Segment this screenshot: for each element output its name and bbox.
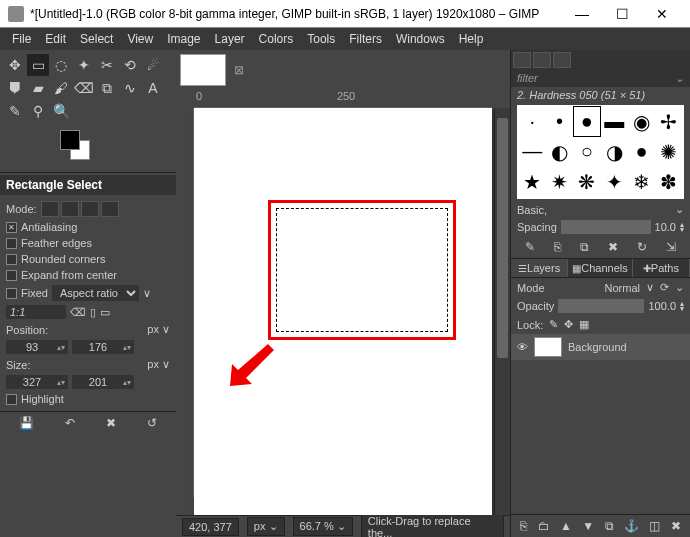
canvas[interactable] — [194, 108, 492, 515]
brush-item[interactable]: · — [519, 107, 545, 136]
layer-thumbnail[interactable] — [534, 337, 562, 357]
blend-mode-dropdown[interactable]: Normal — [605, 282, 640, 294]
menu-image[interactable]: Image — [161, 30, 206, 48]
brush-item[interactable]: ✷ — [546, 168, 572, 197]
status-zoom[interactable]: 66.7 % ⌄ — [293, 517, 353, 536]
brush-item[interactable]: ✽ — [656, 168, 682, 197]
expand-checkbox[interactable] — [6, 270, 17, 281]
fixed-checkbox[interactable] — [6, 288, 17, 299]
size-w-input[interactable] — [7, 376, 57, 388]
menu-help[interactable]: Help — [453, 30, 490, 48]
reset-options-icon[interactable]: ↺ — [147, 416, 157, 430]
brush-item[interactable]: ◉ — [628, 107, 654, 136]
free-select-tool-icon[interactable]: ◌ — [50, 54, 72, 76]
status-unit[interactable]: px ⌄ — [247, 517, 285, 536]
layer-group-icon[interactable]: 🗀 — [538, 519, 550, 533]
brush-item[interactable]: ✺ — [656, 137, 682, 166]
fuzzy-select-tool-icon[interactable]: ✦ — [73, 54, 95, 76]
refresh-brush-icon[interactable]: ↻ — [637, 240, 647, 254]
rect-select-tool-icon[interactable]: ▭ — [27, 54, 49, 76]
fixed-dropdown[interactable]: Aspect ratio — [52, 285, 139, 301]
brush-item[interactable]: ✦ — [601, 168, 627, 197]
pos-x-input[interactable] — [7, 341, 57, 353]
new-layer-icon[interactable]: ⎘ — [520, 519, 527, 533]
mode-replace-icon[interactable] — [41, 201, 59, 217]
minimize-button[interactable]: — — [562, 2, 602, 26]
brush-item[interactable]: — — [519, 137, 545, 166]
feather-checkbox[interactable] — [6, 238, 17, 249]
gradient-tool-icon[interactable]: ▰ — [27, 77, 49, 99]
smudge-tool-icon[interactable]: ∿ — [119, 77, 141, 99]
menu-windows[interactable]: Windows — [390, 30, 451, 48]
brush-item[interactable]: ◑ — [601, 137, 627, 166]
mode-subtract-icon[interactable] — [81, 201, 99, 217]
new-brush-icon[interactable]: ⎘ — [554, 240, 561, 254]
bucket-fill-tool-icon[interactable]: ⛊ — [4, 77, 26, 99]
duplicate-layer-icon[interactable]: ⧉ — [605, 519, 614, 533]
brush-item[interactable]: • — [546, 107, 572, 136]
landscape-icon[interactable]: ▭ — [100, 306, 110, 319]
filter-chevron-icon[interactable]: ⌄ — [675, 72, 684, 85]
menu-layer[interactable]: Layer — [209, 30, 251, 48]
pos-y-input[interactable] — [73, 341, 123, 353]
restore-options-icon[interactable]: ↶ — [65, 416, 75, 430]
brush-item[interactable]: ○ — [574, 137, 600, 166]
opacity-slider[interactable] — [558, 299, 644, 313]
delete-options-icon[interactable]: ✖ — [106, 416, 116, 430]
scrollbar-handle[interactable] — [497, 118, 508, 358]
raise-layer-icon[interactable]: ▲ — [560, 519, 572, 533]
mode-switch-icon[interactable]: ⟳ — [660, 281, 669, 294]
rounded-checkbox[interactable] — [6, 254, 17, 265]
menu-colors[interactable]: Colors — [253, 30, 300, 48]
brush-item[interactable]: ✢ — [656, 107, 682, 136]
crop-tool-icon[interactable]: ✂ — [96, 54, 118, 76]
maximize-button[interactable]: ☐ — [602, 2, 642, 26]
text-tool-icon[interactable]: A — [142, 77, 164, 99]
menu-view[interactable]: View — [121, 30, 159, 48]
lock-position-icon[interactable]: ✥ — [564, 318, 573, 331]
chevron-down-icon[interactable]: ∨ — [646, 281, 654, 294]
zoom-tool-icon[interactable]: 🔍 — [50, 100, 72, 122]
brush-item[interactable]: ● — [628, 137, 654, 166]
transform-tool-icon[interactable]: ⟲ — [119, 54, 141, 76]
clone-tool-icon[interactable]: ⧉ — [96, 77, 118, 99]
warp-tool-icon[interactable]: ☄ — [142, 54, 164, 76]
eraser-tool-icon[interactable]: ⌫ — [73, 77, 95, 99]
lower-layer-icon[interactable]: ▼ — [582, 519, 594, 533]
patterns-tab-icon[interactable] — [533, 52, 551, 68]
color-picker-tool-icon[interactable]: ⚲ — [27, 100, 49, 122]
close-tab-icon[interactable]: ⊠ — [234, 63, 244, 77]
ratio-input[interactable] — [6, 305, 66, 319]
channels-tab[interactable]: ▦Channels — [568, 259, 632, 277]
edit-brush-icon[interactable]: ✎ — [525, 240, 535, 254]
fonts-tab-icon[interactable] — [553, 52, 571, 68]
path-tool-icon[interactable]: ✎ — [4, 100, 26, 122]
brush-item[interactable]: ❋ — [574, 168, 600, 197]
mask-layer-icon[interactable]: ◫ — [649, 519, 660, 533]
vertical-scrollbar[interactable] — [494, 108, 510, 515]
size-h-input[interactable] — [73, 376, 123, 388]
paintbrush-tool-icon[interactable]: 🖌 — [50, 77, 72, 99]
layer-name[interactable]: Background — [568, 341, 627, 353]
image-page[interactable] — [194, 108, 492, 515]
visibility-toggle-icon[interactable]: 👁 — [517, 341, 528, 353]
save-options-icon[interactable]: 💾 — [19, 416, 34, 430]
pos-unit[interactable]: px — [147, 323, 159, 335]
brush-filter-input[interactable]: filter — [517, 72, 538, 85]
paths-tab[interactable]: ✚Paths — [633, 259, 690, 277]
delete-layer-icon[interactable]: ✖ — [671, 519, 681, 533]
lock-alpha-icon[interactable]: ▦ — [579, 318, 589, 331]
menu-select[interactable]: Select — [74, 30, 119, 48]
brush-item[interactable]: ▬ — [601, 107, 627, 136]
selection-marquee[interactable] — [276, 208, 448, 332]
chevron-down-icon[interactable]: ⌄ — [675, 203, 684, 216]
move-tool-icon[interactable]: ✥ — [4, 54, 26, 76]
brush-item[interactable]: ● — [574, 107, 600, 136]
layers-tab[interactable]: ☰Layers — [511, 259, 568, 277]
brush-item[interactable]: ❄ — [628, 168, 654, 197]
brush-item[interactable]: ◐ — [546, 137, 572, 166]
fg-bg-colors[interactable] — [60, 130, 176, 170]
clear-icon[interactable]: ⌫ — [70, 306, 86, 319]
brushes-tab-icon[interactable] — [513, 52, 531, 68]
menu-filters[interactable]: Filters — [343, 30, 388, 48]
